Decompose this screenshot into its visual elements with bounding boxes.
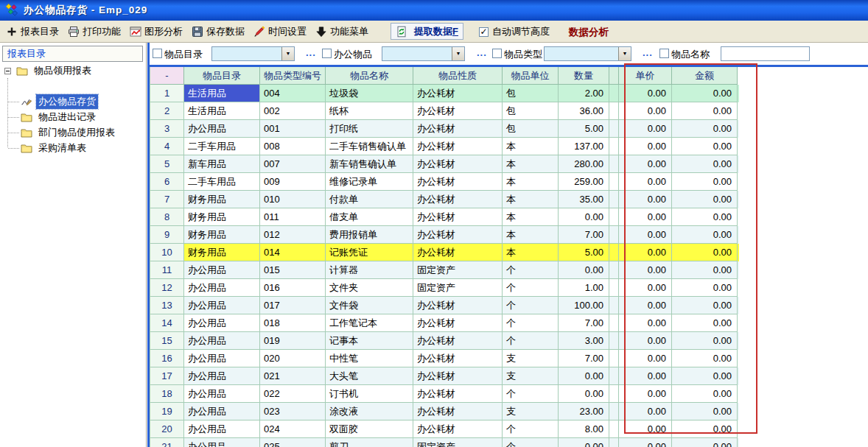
cell-category[interactable]: 办公用品 [184,385,260,403]
cell-amount[interactable]: 0.00 [672,297,738,314]
more-button[interactable]: ... [306,47,316,58]
cell-price[interactable]: 0.00 [619,438,672,447]
cell-spacer[interactable] [609,332,619,350]
row-number-cell[interactable]: 12 [150,279,184,297]
cell-spacer[interactable] [609,438,619,447]
cell-category[interactable]: 财务用品 [184,244,260,261]
cell-price[interactable]: 0.00 [619,155,672,173]
cell-unit[interactable]: 本 [503,138,559,155]
toolbar-button-arrow-down[interactable]: 功能菜单 [315,25,368,38]
cell-qty[interactable]: 23.00 [559,403,609,420]
more-button[interactable]: ... [477,47,487,58]
cell-price[interactable]: 0.00 [619,208,672,226]
cell-nature[interactable]: 办公耗材 [413,297,503,314]
cell-qty[interactable]: 2.00 [559,85,609,102]
cell-qty[interactable]: 36.00 [559,102,609,120]
cell-name[interactable]: 费用报销单 [326,226,413,244]
cell-category[interactable]: 办公用品 [184,403,260,420]
sidebar-item-1[interactable]: 办公物品存货 [0,94,147,109]
cell-amount[interactable]: 0.00 [672,191,738,208]
cell-category[interactable]: 办公用品 [184,367,260,385]
cell-unit[interactable]: 本 [503,226,559,244]
cell-unit[interactable]: 本 [503,208,559,226]
titlebar[interactable]: 办公物品存货 - Emp_029 [0,0,868,21]
row-number-cell[interactable]: 2 [150,102,184,120]
cell-category[interactable]: 办公用品 [184,261,260,279]
toolbar-button-pen[interactable]: 时间设置 [253,25,307,38]
collapse-icon[interactable] [4,68,11,74]
cell-price[interactable]: 0.00 [619,385,672,403]
cell-name[interactable]: 打印纸 [326,120,413,138]
cell-name[interactable]: 记事本 [326,332,413,350]
cell-price[interactable]: 0.00 [619,332,672,350]
column-header-price[interactable]: 单价 [619,67,672,85]
cell-amount[interactable]: 0.00 [672,279,738,297]
cell-code[interactable]: 016 [260,279,326,297]
cell-spacer[interactable] [609,191,619,208]
cell-qty[interactable]: 0.00 [559,438,609,447]
tree-item-label[interactable]: 物品进出记录 [36,110,98,124]
cell-qty[interactable]: 0.00 [559,208,609,226]
cell-code[interactable]: 011 [260,208,326,226]
cell-nature[interactable]: 办公耗材 [413,208,503,226]
data-analysis-button[interactable]: 数据分析 [569,26,609,39]
cell-amount[interactable]: 0.00 [672,155,738,173]
cell-spacer[interactable] [609,279,619,297]
cell-nature[interactable]: 固定资产 [413,279,503,297]
row-number-cell[interactable]: 11 [150,261,184,279]
cell-unit[interactable]: 本 [503,191,559,208]
cell-category[interactable]: 办公用品 [184,332,260,350]
cell-spacer[interactable] [609,403,619,420]
column-header-code[interactable]: 物品类型编号 [260,67,326,85]
extract-data-button[interactable]: 提取数据F [391,23,463,40]
cell-unit[interactable]: 包 [503,102,559,120]
cell-nature[interactable]: 固定资产 [413,438,503,447]
cell-code[interactable]: 009 [260,173,326,191]
cell-price[interactable]: 0.00 [619,85,672,102]
cell-nature[interactable]: 办公耗材 [413,420,503,438]
cell-code[interactable]: 015 [260,261,326,279]
cell-spacer[interactable] [609,138,619,155]
cell-unit[interactable]: 个 [503,438,559,447]
cell-code[interactable]: 025 [260,438,326,447]
cell-unit[interactable]: 个 [503,420,559,438]
cell-price[interactable]: 0.00 [619,350,672,367]
row-number-cell[interactable]: 19 [150,403,184,420]
cell-unit[interactable]: 个 [503,261,559,279]
cell-qty[interactable]: 100.00 [559,297,609,314]
cell-spacer[interactable] [609,85,619,102]
cell-nature[interactable]: 办公耗材 [413,226,503,244]
cell-nature[interactable]: 办公耗材 [413,350,503,367]
cell-spacer[interactable] [609,244,619,261]
cell-unit[interactable]: 个 [503,332,559,350]
cell-amount[interactable]: 0.00 [672,420,738,438]
cell-nature[interactable]: 办公耗材 [413,367,503,385]
cell-code[interactable]: 010 [260,191,326,208]
cell-spacer[interactable] [609,208,619,226]
cell-category[interactable]: 办公用品 [184,314,260,332]
cell-category[interactable]: 二手车用品 [184,138,260,155]
cell-unit[interactable]: 包 [503,120,559,138]
cell-category[interactable]: 二手车用品 [184,173,260,191]
row-number-cell[interactable]: 3 [150,120,184,138]
cell-name[interactable]: 记账凭证 [326,244,413,261]
cell-amount[interactable]: 0.00 [672,102,738,120]
cell-nature[interactable]: 办公耗材 [413,173,503,191]
cell-category[interactable]: 办公用品 [184,438,260,447]
cell-qty[interactable]: 35.00 [559,191,609,208]
row-number-cell[interactable]: 4 [150,138,184,155]
cell-name[interactable]: 剪刀 [326,438,413,447]
row-number-cell[interactable]: 17 [150,367,184,385]
cell-price[interactable]: 0.00 [619,102,672,120]
cell-qty[interactable]: 1.00 [559,279,609,297]
cell-spacer[interactable] [609,226,619,244]
cell-code[interactable]: 004 [260,85,326,102]
cell-price[interactable]: 0.00 [619,138,672,155]
toolbar-button-chart[interactable]: 图形分析 [130,25,183,38]
cell-name[interactable]: 计算器 [326,261,413,279]
cell-amount[interactable]: 0.00 [672,138,738,155]
cell-nature[interactable]: 办公耗材 [413,332,503,350]
cell-category[interactable]: 新车用品 [184,155,260,173]
cell-qty[interactable]: 0.00 [559,367,609,385]
cell-code[interactable]: 008 [260,138,326,155]
